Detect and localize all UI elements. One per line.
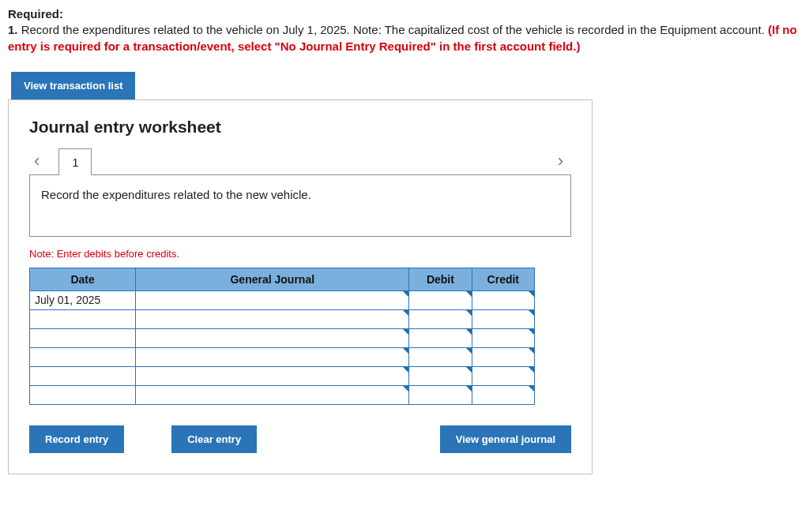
cell-debit[interactable]: [409, 309, 472, 328]
cell-credit[interactable]: [472, 309, 534, 328]
cell-date[interactable]: [30, 309, 136, 328]
table-header-row: Date General Journal Debit Credit: [30, 268, 535, 290]
cell-general-journal[interactable]: [136, 328, 409, 347]
worksheet-panel: Journal entry worksheet ‹ 1 › Record the…: [8, 99, 593, 474]
header-general-journal: General Journal: [136, 268, 409, 290]
required-item-number: 1.: [8, 23, 18, 36]
button-row: Record entry Clear entry View general jo…: [29, 425, 571, 453]
cell-date[interactable]: [30, 347, 136, 366]
cell-credit[interactable]: [472, 385, 534, 404]
table-row: July 01, 2025: [30, 290, 535, 309]
cell-date[interactable]: July 01, 2025: [30, 290, 136, 309]
journal-table: Date General Journal Debit Credit July 0…: [29, 268, 535, 405]
header-debit: Debit: [409, 268, 472, 290]
table-row: [30, 366, 535, 385]
clear-entry-button[interactable]: Clear entry: [171, 425, 257, 453]
cell-debit[interactable]: [409, 290, 472, 309]
table-row: [30, 328, 535, 347]
cell-general-journal[interactable]: [136, 309, 409, 328]
chevron-right-icon[interactable]: ›: [553, 151, 568, 171]
cell-credit[interactable]: [472, 366, 534, 385]
cell-date[interactable]: [30, 328, 136, 347]
header-date: Date: [30, 268, 136, 290]
cell-credit[interactable]: [472, 290, 534, 309]
tab-row: ‹ 1 ›: [29, 148, 571, 174]
required-label: Required:: [8, 7, 63, 21]
cell-debit[interactable]: [409, 347, 472, 366]
tab-1-label: 1: [72, 155, 78, 169]
worksheet-title: Journal entry worksheet: [29, 118, 571, 137]
required-text: Record the expenditures related to the v…: [18, 23, 768, 36]
cell-debit[interactable]: [409, 385, 472, 404]
cell-date[interactable]: [30, 385, 136, 404]
cell-general-journal[interactable]: [136, 366, 409, 385]
cell-credit[interactable]: [472, 328, 534, 347]
cell-general-journal[interactable]: [136, 290, 409, 309]
cell-date[interactable]: [30, 366, 136, 385]
instruction-box: Record the expenditures related to the n…: [29, 174, 571, 237]
tab-1[interactable]: 1: [58, 148, 92, 175]
note-text: Note: Enter debits before credits.: [29, 248, 571, 260]
view-transaction-list-button[interactable]: View transaction list: [11, 72, 135, 99]
cell-general-journal[interactable]: [136, 347, 409, 366]
table-row: [30, 347, 535, 366]
table-row: [30, 385, 535, 404]
cell-general-journal[interactable]: [136, 385, 409, 404]
instruction-text: Record the expenditures related to the n…: [41, 188, 311, 201]
cell-debit[interactable]: [409, 328, 472, 347]
header-credit: Credit: [472, 268, 534, 290]
required-block: Required: 1. Record the expenditures rel…: [8, 6, 801, 54]
cell-credit[interactable]: [472, 347, 534, 366]
record-entry-button[interactable]: Record entry: [29, 425, 124, 453]
cell-debit[interactable]: [409, 366, 472, 385]
chevron-left-icon[interactable]: ‹: [29, 151, 44, 171]
table-row: [30, 309, 535, 328]
view-general-journal-button[interactable]: View general journal: [440, 425, 571, 453]
